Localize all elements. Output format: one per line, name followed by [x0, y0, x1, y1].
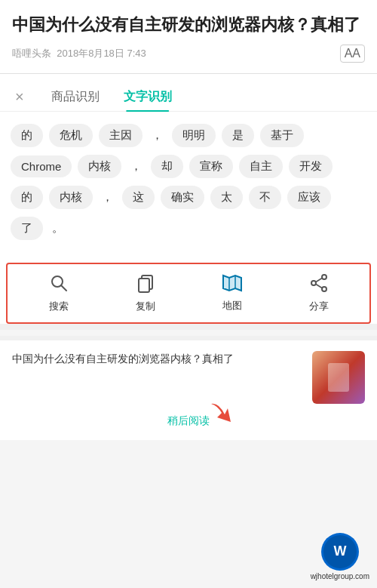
svg-marker-4: [223, 276, 241, 291]
search-label: 搜索: [49, 300, 69, 313]
word-tag[interactable]: 明明: [172, 124, 216, 147]
tab-bar: × 商品识别 文字识别: [0, 74, 377, 112]
preview-text: 中国为什么没有自主研发的浏览器内核？真相了: [12, 351, 303, 367]
divider: [0, 324, 377, 330]
article-preview: 中国为什么没有自主研发的浏览器内核？真相了: [0, 336, 377, 414]
word-tag[interactable]: 主因: [99, 124, 143, 147]
svg-point-9: [322, 287, 326, 291]
copy-label: 复制: [136, 300, 155, 313]
word-tag[interactable]: 危机: [49, 124, 93, 147]
article-title: 中国为什么没有自主研发的浏览器内核？真相了: [12, 14, 365, 37]
word-punctuation: ，: [149, 124, 166, 147]
word-tag[interactable]: 却: [151, 155, 183, 178]
share-icon: [309, 273, 329, 296]
map-label: 地图: [222, 299, 242, 312]
article-source: 唔哩头条 2018年8月18日 7:43: [12, 47, 146, 60]
svg-point-7: [322, 275, 326, 279]
map-icon: [222, 274, 243, 295]
word-punctuation: ，: [99, 186, 116, 209]
words-row-0: 的 危机 主因 ， 明明 是 基于: [11, 124, 366, 147]
watermark: W wjhotelgroup.com: [311, 533, 369, 580]
words-row-2: 的 内核 ， 这 确实 太 不 应该: [11, 186, 366, 209]
word-tag[interactable]: 太: [210, 186, 243, 209]
article-meta: 唔哩头条 2018年8月18日 7:43 AA: [12, 45, 365, 63]
copy-button[interactable]: 复制: [123, 273, 168, 313]
word-tag[interactable]: 是: [222, 124, 254, 147]
copy-icon: [136, 273, 155, 296]
word-tag[interactable]: 内核: [49, 186, 93, 209]
word-tag[interactable]: 内核: [78, 155, 121, 178]
svg-text:W: W: [333, 543, 346, 559]
word-tag-chrome[interactable]: Chrome: [11, 155, 72, 177]
modal-panel: × 商品识别 文字识别 的 危机 主因 ， 明明 是 基于 Chrome 内核 …: [0, 73, 377, 324]
words-area: 的 危机 主因 ， 明明 是 基于 Chrome 内核 ， 却 宣称 自主 开发…: [0, 112, 377, 263]
search-button[interactable]: 搜索: [36, 273, 81, 313]
word-tag[interactable]: 基于: [260, 124, 304, 147]
word-tag[interactable]: 的: [11, 186, 43, 209]
watermark-logo: W: [321, 533, 359, 571]
word-tag[interactable]: 宣称: [189, 155, 233, 178]
svg-line-11: [316, 284, 322, 288]
word-punctuation: ，: [127, 155, 145, 178]
share-label: 分享: [309, 300, 329, 313]
svg-line-10: [316, 278, 322, 282]
tab-text[interactable]: 文字识别: [112, 83, 184, 111]
share-button[interactable]: 分享: [296, 273, 342, 313]
svg-rect-3: [139, 279, 149, 292]
word-tag[interactable]: 了: [11, 217, 43, 240]
read-later-container: 稍后阅读: [0, 414, 377, 440]
word-tag[interactable]: 这: [122, 186, 155, 209]
read-later-link[interactable]: 稍后阅读: [167, 414, 210, 428]
word-tag[interactable]: 应该: [287, 186, 331, 209]
tab-product[interactable]: 商品识别: [39, 83, 112, 111]
svg-point-8: [311, 281, 316, 285]
word-tag[interactable]: 不: [249, 186, 281, 209]
word-tag[interactable]: 开发: [289, 155, 333, 178]
map-button[interactable]: 地图: [210, 274, 255, 312]
action-bar: 搜索 复制 地图: [6, 263, 371, 324]
word-tag[interactable]: 自主: [239, 155, 283, 178]
word-tag[interactable]: 的: [11, 124, 43, 147]
watermark-text: wjhotelgroup.com: [311, 572, 369, 580]
word-tag[interactable]: 确实: [161, 186, 204, 209]
preview-thumbnail: [312, 351, 365, 404]
word-punctuation: 。: [49, 217, 66, 240]
words-row-3: 了 。: [11, 217, 366, 240]
words-row-1: Chrome 内核 ， 却 宣称 自主 开发: [11, 155, 366, 178]
font-size-button[interactable]: AA: [340, 45, 365, 63]
search-icon: [49, 273, 69, 296]
article-header: 中国为什么没有自主研发的浏览器内核？真相了 唔哩头条 2018年8月18日 7:…: [0, 0, 377, 73]
svg-line-1: [61, 285, 66, 291]
close-button[interactable]: ×: [15, 89, 24, 104]
